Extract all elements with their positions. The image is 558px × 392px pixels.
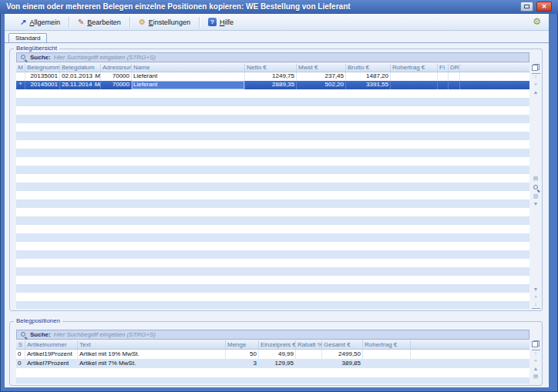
- scroll-last-icon[interactable]: ↓: [532, 301, 540, 309]
- cell-rohertrag: [363, 350, 411, 359]
- column-header-text[interactable]: Text: [78, 340, 226, 349]
- cell-belegnummer: 20145001: [25, 81, 60, 89]
- beleguebersicht-search-input[interactable]: Suche: Hier Suchbegriff eingeben (STRG+S…: [16, 52, 529, 62]
- close-button[interactable]: ✕: [536, 2, 552, 12]
- column-header-einzelpreis[interactable]: Einzelpreis €: [259, 340, 296, 349]
- cell-s: 0: [16, 359, 25, 368]
- grid-panel-icon[interactable]: ▤: [532, 373, 540, 380]
- cell-rohertrag: [391, 72, 438, 81]
- scroll-up-icon[interactable]: ▲: [532, 365, 540, 373]
- table-row[interactable]: 0 Artikel19Prozent Artikel mit 19% MwSt.…: [16, 350, 529, 359]
- cell-gesamt: 2499,50: [322, 350, 363, 359]
- column-header-rohertrag[interactable]: Rohertrag €: [391, 64, 438, 72]
- belegpositionen-group: Belegpositionen Suche: Hier Suchbegriff …: [9, 321, 543, 386]
- cell-gesamt: 389,85: [322, 359, 363, 368]
- grid-side-scrollbar: ↑ + ▲ ▤ ▥ ▼ ▼ + ↓: [530, 64, 541, 309]
- column-header-brutto[interactable]: Brutto €: [346, 64, 391, 72]
- cell-text: Artikel mit 19% MwSt.: [78, 350, 226, 359]
- column-header-fi[interactable]: FI: [438, 64, 449, 72]
- column-header-belegnummer[interactable]: Belegnumme: [25, 64, 60, 72]
- scroll-prev-icon[interactable]: +: [532, 81, 540, 89]
- cell-dr: [449, 72, 460, 81]
- edit-pencil-icon: ✎: [78, 18, 84, 26]
- einstellungen-label: Einstellungen: [149, 18, 190, 26]
- cell-name: Lieferant: [132, 72, 245, 81]
- grid-filter-icon[interactable]: ▼: [532, 200, 540, 208]
- toolbar-separator: [199, 17, 200, 28]
- column-header-s[interactable]: S: [16, 340, 25, 349]
- cell-dr: [449, 81, 460, 89]
- column-header-filler: [411, 340, 529, 349]
- column-header-adressnummer[interactable]: Adressnumm: [101, 64, 132, 72]
- cell-menge: 3: [226, 359, 259, 368]
- scroll-first-icon[interactable]: ↑: [532, 73, 540, 81]
- column-header-filler: [460, 64, 529, 72]
- search-icon: [20, 54, 27, 61]
- table-row[interactable]: 20135001 02.01.2013Mi 70000 Lieferant 12…: [16, 72, 529, 81]
- restore-icon: [524, 5, 529, 8]
- belegpositionen-search-input[interactable]: Suche: Hier Suchbegriff eingeben (STRG+S…: [16, 330, 529, 340]
- bearbeiten-label: Bearbeiten: [87, 18, 121, 26]
- einstellungen-button[interactable]: ⚙ Einstellungen: [133, 16, 197, 28]
- window-title: Von einem oder mehreren Belegen einzelne…: [6, 0, 351, 14]
- cell-text: Artikel mit 7% MwSt.: [78, 359, 226, 368]
- empty-rows-area: [16, 89, 529, 309]
- grid-panel-icon[interactable]: ▤: [532, 175, 540, 183]
- beleguebersicht-label: Belegübersicht: [14, 45, 59, 52]
- table-row[interactable]: 0 Artikel7Prozent Artikel mit 7% MwSt. 3…: [16, 359, 529, 368]
- cell-filler: [411, 359, 529, 368]
- cell-marker: [16, 72, 25, 81]
- search-placeholder: Hier Suchbegriff eingeben (STRG+S): [54, 331, 156, 338]
- cell-belegdatum: 26.11.2014Mi: [60, 81, 101, 89]
- cell-mwst: 237,45: [297, 72, 346, 81]
- beleguebersicht-header-row: M Belegnumme Belegdatum Adressnumm Name …: [16, 64, 529, 72]
- column-header-rabatt[interactable]: Rabatt %: [296, 340, 322, 349]
- search-placeholder: Hier Suchbegriff eingeben (STRG+S): [54, 54, 156, 61]
- cell-belegdatum: 02.01.2013Mi: [60, 72, 101, 81]
- cell-name-focused: Lieferant: [132, 81, 245, 89]
- column-header-menge[interactable]: Menge: [226, 340, 259, 349]
- column-header-name[interactable]: Name: [132, 64, 245, 72]
- tab-standard[interactable]: Standard: [8, 33, 47, 42]
- belegpositionen-header-row: S Artikelnummer Text Menge Einzelpreis €…: [16, 340, 529, 350]
- cell-einzelpreis: 129,95: [259, 359, 296, 368]
- scroll-down-icon[interactable]: ▼: [532, 286, 540, 293]
- grid-search-icon[interactable]: [533, 184, 540, 191]
- scroll-up-icon[interactable]: ▲: [532, 89, 540, 96]
- column-header-netto[interactable]: Netto €: [245, 64, 297, 72]
- cell-marker: *: [16, 81, 25, 89]
- cell-belegnummer: 20135001: [25, 72, 60, 81]
- cell-fi: [438, 81, 449, 89]
- cell-menge: 50: [226, 350, 259, 359]
- column-header-dr[interactable]: DR: [449, 64, 460, 72]
- scroll-first-icon[interactable]: ↑: [532, 350, 540, 357]
- column-chooser-icon[interactable]: [532, 340, 540, 347]
- settings-gear-icon: ⚙: [139, 18, 146, 26]
- hilfe-label: Hilfe: [220, 18, 234, 26]
- window-body: ↗ Allgemein ✎ Bearbeiten ⚙ Einstellungen…: [5, 14, 549, 387]
- column-chooser-icon[interactable]: [532, 64, 540, 71]
- cell-artikelnummer: Artikel7Prozent: [25, 359, 78, 368]
- search-label: Suche:: [30, 54, 51, 61]
- hilfe-button[interactable]: ? Hilfe: [202, 15, 240, 28]
- column-header-m[interactable]: M: [16, 64, 25, 72]
- restore-button[interactable]: [520, 2, 533, 12]
- scroll-next-icon[interactable]: +: [532, 293, 540, 301]
- cell-filler: [411, 350, 529, 359]
- column-header-rohertrag[interactable]: Rohertrag €: [363, 340, 411, 349]
- cell-einzelpreis: 49,99: [259, 350, 296, 359]
- cell-rohertrag: [363, 359, 411, 368]
- column-header-gesamt[interactable]: Gesamt €: [322, 340, 363, 349]
- table-row-selected[interactable]: * 20145001 26.11.2014Mi 70000 Lieferant …: [16, 81, 529, 89]
- column-header-belegdatum[interactable]: Belegdatum: [60, 64, 101, 72]
- refresh-settings-icon[interactable]: ⚙: [533, 16, 541, 27]
- column-header-artikelnummer[interactable]: Artikelnummer: [25, 340, 78, 349]
- cell-rabatt: [296, 359, 322, 368]
- search-label: Suche:: [30, 331, 51, 338]
- empty-rows-area: [16, 368, 529, 384]
- allgemein-button[interactable]: ↗ Allgemein: [14, 16, 66, 28]
- grid-panel2-icon[interactable]: ▥: [532, 193, 540, 200]
- bearbeiten-button[interactable]: ✎ Bearbeiten: [72, 16, 127, 28]
- scroll-prev-icon[interactable]: +: [532, 357, 540, 365]
- column-header-mwst[interactable]: Mwst €: [297, 64, 346, 72]
